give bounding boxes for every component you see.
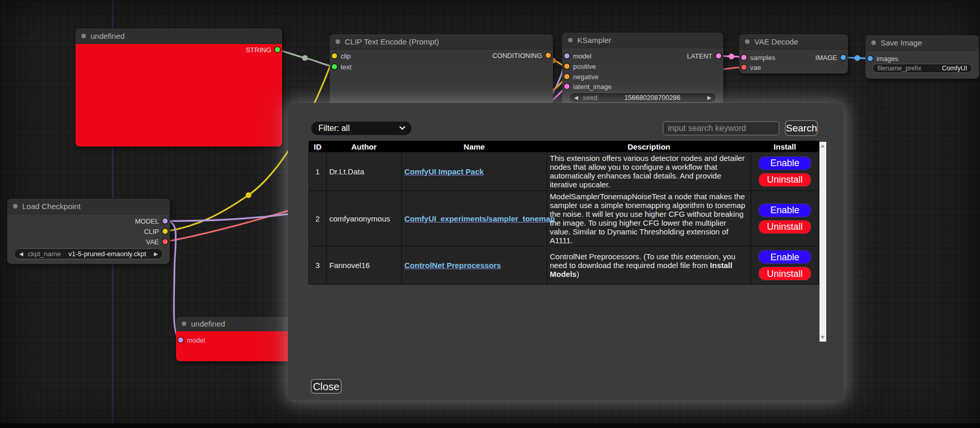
node-titlebar: Load Checkpoint	[7, 199, 170, 214]
slot-label: model	[573, 52, 591, 60]
ckpt-name-widget[interactable]: ◀ ckpt_name v1-5-pruned-emaonly.ckpt ▶	[14, 248, 163, 259]
slot-dot-samples[interactable]	[741, 55, 747, 60]
node-ksampler[interactable]: KSampler model positive negative latent_…	[562, 33, 723, 109]
output-slot-vae[interactable]: VAE	[146, 238, 168, 246]
input-slot-samples[interactable]: samples	[741, 53, 775, 62]
node-title: Save Image	[881, 38, 922, 47]
output-slot-string[interactable]: STRING	[246, 46, 280, 54]
cell-id: 3	[309, 246, 327, 285]
uninstall-button[interactable]: Uninstall	[758, 173, 811, 187]
filename-prefix-widget[interactable]: filename_prefix ComfyUI	[872, 64, 972, 73]
table-row: 1 Dr.Lt.Data ComfyUI Impact Pack This ex…	[309, 152, 819, 191]
extension-link[interactable]: ControlNet Preprocessors	[404, 261, 501, 270]
output-slot-clip[interactable]: CLIP	[144, 227, 168, 235]
filter-select-value: Filter: all	[318, 124, 349, 133]
enable-button[interactable]: Enable	[758, 250, 811, 264]
description-text: ModelSamplerTonemapNoiseTest a node that…	[550, 192, 745, 245]
node-title: VAE Decode	[754, 37, 798, 46]
table-header-row: ID Author Name Description Install	[309, 141, 819, 152]
node-undefined-model[interactable]: undefined model	[176, 317, 305, 361]
filter-select[interactable]: Filter: all	[311, 121, 412, 136]
output-slot-latent[interactable]: LATENT	[687, 52, 721, 60]
extension-link[interactable]: ComfyUI_experiments/sampler_tonemap	[404, 214, 555, 223]
slot-dot-string[interactable]	[275, 47, 280, 52]
node-title: KSampler	[577, 36, 611, 45]
slot-dot-image[interactable]	[841, 55, 846, 60]
slot-dot-images[interactable]	[868, 56, 873, 61]
widget-right-arrow-icon[interactable]: ▶	[154, 252, 158, 257]
slot-dot-model[interactable]	[564, 53, 569, 58]
scroll-up-icon[interactable]	[821, 144, 825, 147]
seed-widget[interactable]: ◀ seed 156680208700286 ▶	[569, 92, 716, 103]
widget-label: filename_prefix	[877, 65, 922, 72]
node-undefined-string[interactable]: undefined STRING	[76, 28, 282, 146]
slot-label: STRING	[246, 46, 271, 54]
node-collapse-dot-icon[interactable]	[871, 40, 876, 45]
node-clip-text-encode[interactable]: CLIP Text Encode (Prompt) clip text COND…	[330, 34, 553, 109]
cell-description: ModelSamplerTonemapNoiseTest a node that…	[547, 191, 751, 246]
widget-right-arrow-icon[interactable]: ▶	[707, 95, 711, 100]
input-slot-positive[interactable]: positive	[564, 62, 596, 70]
search-input[interactable]	[663, 121, 780, 136]
node-collapse-dot-icon[interactable]	[745, 39, 750, 44]
enable-button[interactable]: Enable	[758, 156, 811, 170]
widget-value: ComfyUI	[942, 65, 968, 72]
slot-label: IMAGE	[815, 54, 837, 62]
slot-label: MODEL	[135, 217, 159, 225]
slot-dot-latent[interactable]	[716, 53, 721, 58]
slot-dot-positive[interactable]	[564, 64, 569, 69]
node-collapse-dot-icon[interactable]	[335, 39, 340, 44]
output-slot-image[interactable]: IMAGE	[815, 53, 846, 62]
cell-author: comfyanonymous	[327, 191, 402, 246]
widget-label: seed	[583, 94, 597, 101]
node-titlebar: undefined	[176, 317, 305, 331]
slot-dot-conditioning[interactable]	[546, 53, 551, 58]
uninstall-button[interactable]: Uninstall	[758, 220, 811, 234]
input-slot-images[interactable]: images	[868, 54, 898, 63]
node-collapse-dot-icon[interactable]	[182, 321, 186, 326]
node-title: undefined	[91, 32, 125, 40]
input-slot-latent-image[interactable]: latent_image	[564, 82, 611, 91]
extensions-table: ID Author Name Description Install 1 Dr.…	[309, 141, 819, 285]
extension-link[interactable]: ComfyUI Impact Pack	[404, 167, 484, 176]
slot-label: latent_image	[573, 83, 611, 91]
slot-dot-latent-image[interactable]	[564, 84, 569, 89]
slot-dot-model[interactable]	[178, 337, 183, 343]
slot-label: LATENT	[687, 52, 712, 60]
input-slot-model[interactable]: model	[178, 336, 205, 344]
node-load-checkpoint[interactable]: Load Checkpoint MODEL CLIP VAE ◀ ckpt_na…	[7, 199, 170, 264]
slot-label: model	[187, 336, 205, 344]
slot-dot-text[interactable]	[332, 64, 337, 69]
node-collapse-dot-icon[interactable]	[81, 34, 86, 38]
table-scrollbar[interactable]	[820, 142, 826, 342]
scroll-down-icon[interactable]	[821, 336, 825, 339]
widget-label: ckpt_name	[28, 250, 61, 258]
col-header-name: Name	[402, 141, 547, 152]
slot-dot-clip[interactable]	[163, 229, 168, 234]
node-save-image[interactable]: Save Image images filename_prefix ComfyU…	[866, 35, 979, 79]
close-button[interactable]: Close	[311, 379, 342, 394]
slot-dot-negative[interactable]	[564, 74, 569, 79]
uninstall-button[interactable]: Uninstall	[758, 267, 811, 281]
input-slot-negative[interactable]: negative	[564, 72, 598, 81]
widget-left-arrow-icon[interactable]: ◀	[574, 95, 578, 100]
search-button[interactable]: Search	[785, 120, 818, 136]
widget-left-arrow-icon[interactable]: ◀	[19, 252, 23, 257]
input-slot-clip[interactable]: clip	[332, 52, 351, 60]
cell-description: This extension offers various detector n…	[547, 152, 751, 191]
slot-dot-vae[interactable]	[741, 65, 747, 70]
slot-dot-model[interactable]	[163, 218, 168, 224]
widget-value: 156680208700286	[597, 94, 707, 101]
node-collapse-dot-icon[interactable]	[568, 38, 573, 42]
node-vae-decode[interactable]: VAE Decode samples vae IMAGE	[739, 34, 848, 73]
slot-dot-vae[interactable]	[163, 239, 168, 244]
extension-manager-dialog: Filter: all Search ID Author Name Descri…	[288, 103, 844, 400]
input-slot-vae[interactable]: vae	[741, 63, 761, 71]
enable-button[interactable]: Enable	[758, 203, 811, 217]
output-slot-conditioning[interactable]: CONDITIONING	[492, 51, 551, 60]
input-slot-text[interactable]: text	[332, 63, 352, 71]
output-slot-model[interactable]: MODEL	[135, 217, 168, 225]
slot-dot-clip[interactable]	[332, 53, 337, 58]
input-slot-model[interactable]: model	[564, 52, 591, 60]
node-collapse-dot-icon[interactable]	[13, 204, 18, 209]
